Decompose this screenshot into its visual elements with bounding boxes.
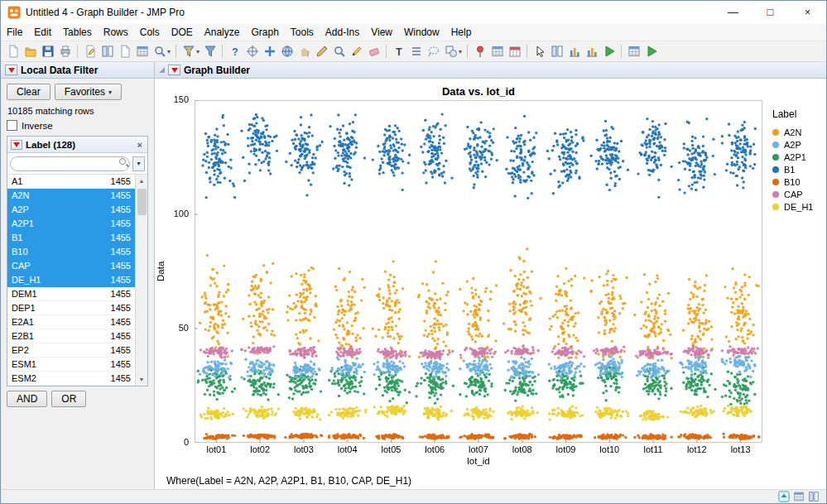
menu-help[interactable]: Help <box>445 25 478 40</box>
x-axis-title[interactable]: lot_id <box>195 456 762 469</box>
legend-item-de_h1[interactable]: DE_H1 <box>772 200 826 213</box>
crosshair-tool-icon[interactable] <box>243 43 261 60</box>
print-icon[interactable] <box>56 43 74 60</box>
shapes-tool-icon-caret[interactable]: ▾ <box>459 48 462 55</box>
legend-item-cap[interactable]: CAP <box>772 188 826 200</box>
table-view-icon[interactable] <box>488 43 506 60</box>
scroll-down-arrow[interactable]: ▼ <box>136 373 148 386</box>
filter-item-a2p[interactable]: A2P1455 <box>7 203 135 217</box>
search-icon[interactable] <box>151 43 168 60</box>
clear-button[interactable]: Clear <box>7 84 50 100</box>
copy-icon[interactable] <box>116 43 133 60</box>
plus-tool-icon[interactable] <box>261 43 278 60</box>
graph-red-triangle-menu-icon[interactable] <box>168 65 180 75</box>
scrollbar[interactable]: ▲ ▼ <box>135 175 147 386</box>
scroll-thumb[interactable] <box>137 189 147 215</box>
shapes-tool-icon[interactable] <box>442 43 459 60</box>
or-button[interactable]: OR <box>51 391 86 407</box>
filter-item-esm2[interactable]: ESM21455 <box>7 372 135 386</box>
play-icon[interactable] <box>642 43 660 60</box>
scroll-up-status-icon[interactable] <box>778 491 790 502</box>
data-table-status-icon[interactable] <box>793 491 805 502</box>
menu-window[interactable]: Window <box>398 25 445 40</box>
pin-icon[interactable] <box>471 43 488 60</box>
inverse-checkbox[interactable] <box>7 120 17 131</box>
menu-cols[interactable]: Cols <box>134 25 166 40</box>
help-tool-icon[interactable]: ? <box>226 43 243 60</box>
menu-view[interactable]: View <box>365 25 398 40</box>
globe-tool-icon[interactable] <box>278 43 296 60</box>
filter-item-dem1[interactable]: DEM11455 <box>7 287 135 301</box>
filter-value-list: A11455A2N1455A2P1455A2P11455B11455B10145… <box>7 175 147 386</box>
legend-item-b10[interactable]: B10 <box>772 175 826 188</box>
y-axis[interactable]: 050100150 <box>166 100 195 443</box>
bar-chart-icon[interactable] <box>565 43 583 60</box>
legend-item-a2n[interactable]: A2N <box>772 126 826 138</box>
favorites-button[interactable]: Favorites▾ <box>55 84 122 100</box>
x-axis[interactable]: lot01lot02lot03lot04lot05lot06lot07lot08… <box>195 443 762 456</box>
minimize-button[interactable]: — <box>714 1 752 24</box>
menu-file[interactable]: File <box>1 25 28 40</box>
menu-edit[interactable]: Edit <box>28 25 57 40</box>
layout-icon[interactable] <box>99 43 116 60</box>
plot-canvas[interactable] <box>195 100 762 443</box>
open-file-icon[interactable] <box>22 43 39 60</box>
filter-item-b1[interactable]: B11455 <box>7 231 135 245</box>
menu-tools[interactable]: Tools <box>285 25 320 40</box>
save-icon[interactable] <box>39 43 56 60</box>
new-file-icon[interactable] <box>4 43 22 60</box>
filter-item-e2b1[interactable]: E2B11455 <box>7 329 135 343</box>
menu-tables[interactable]: Tables <box>57 25 98 40</box>
brush-tool-icon[interactable] <box>313 43 330 60</box>
filter-item-ep2[interactable]: EP21455 <box>7 343 135 358</box>
lasso-tool-icon[interactable] <box>425 43 442 60</box>
filter-item-esm1[interactable]: ESM11455 <box>7 358 135 372</box>
menu-doe[interactable]: DOE <box>166 25 199 40</box>
columns-status-icon[interactable] <box>808 491 820 502</box>
run-script-icon[interactable] <box>600 43 618 60</box>
cursor-icon[interactable] <box>531 43 548 60</box>
disclosure-icon[interactable] <box>159 67 165 73</box>
histogram-icon[interactable] <box>583 43 600 60</box>
window-grid-icon[interactable] <box>625 43 642 60</box>
filter-item-dep1[interactable]: DEP11455 <box>7 301 135 315</box>
search-options-icon[interactable]: ▾ <box>132 156 145 171</box>
filter-item-b10[interactable]: B101455 <box>7 245 135 259</box>
grabber-tool-icon[interactable] <box>296 43 313 60</box>
local-data-filter-icon-caret[interactable]: ▾ <box>196 48 200 55</box>
column-red-triangle-menu-icon[interactable] <box>11 140 22 150</box>
filter-item-de_h1[interactable]: DE_H11455 <box>7 273 135 287</box>
pencil-tool-icon[interactable] <box>348 43 365 60</box>
and-button[interactable]: AND <box>7 391 47 407</box>
calendar-icon[interactable] <box>506 43 523 60</box>
search-input[interactable] <box>10 156 130 171</box>
y-axis-title[interactable]: Data <box>155 100 166 443</box>
menu-graph[interactable]: Graph <box>245 25 284 40</box>
local-data-filter-icon[interactable] <box>180 43 197 60</box>
filter-red-triangle-menu-icon[interactable] <box>5 65 17 75</box>
close-button[interactable]: × <box>789 1 826 24</box>
filter-item-a2n[interactable]: A2N1455 <box>7 189 135 203</box>
data-filter-icon[interactable] <box>201 43 219 60</box>
filter-item-a2p1[interactable]: A2P11455 <box>7 217 135 231</box>
search-icon-caret[interactable]: ▾ <box>167 48 171 55</box>
eraser-tool-icon[interactable] <box>365 43 382 60</box>
zoom-tool-icon[interactable] <box>330 43 348 60</box>
maximize-button[interactable]: □ <box>752 1 789 24</box>
remove-filter-column-icon[interactable]: × <box>136 140 144 150</box>
annotate-tool-icon[interactable]: T <box>390 43 407 60</box>
scroll-up-arrow[interactable]: ▲ <box>136 175 148 187</box>
filter-item-e2a1[interactable]: E2A11455 <box>7 315 135 329</box>
menu-rows[interactable]: Rows <box>98 25 134 40</box>
data-table-icon[interactable] <box>133 43 151 60</box>
menu-analyze[interactable]: Analyze <box>199 25 246 40</box>
split-columns-icon[interactable] <box>548 43 565 60</box>
menu-add-ins[interactable]: Add-Ins <box>320 25 365 40</box>
legend-item-b1[interactable]: B1 <box>772 163 826 175</box>
legend-item-a2p1[interactable]: A2P1 <box>772 151 826 163</box>
filter-item-cap[interactable]: CAP1455 <box>7 259 135 273</box>
line-tool-icon[interactable] <box>407 43 425 60</box>
journal-icon[interactable] <box>81 43 99 60</box>
filter-item-a1[interactable]: A11455 <box>7 175 135 189</box>
legend-item-a2p[interactable]: A2P <box>772 138 826 151</box>
